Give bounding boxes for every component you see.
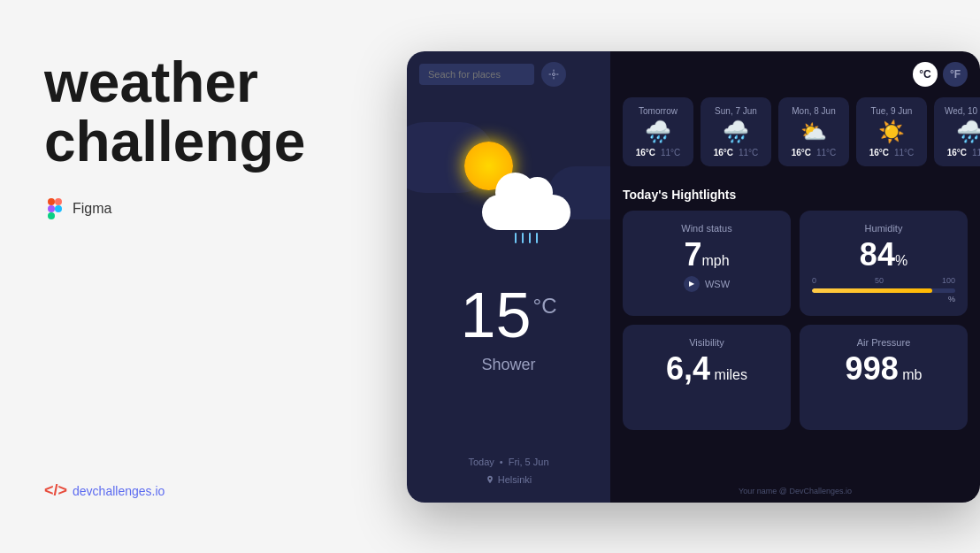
humidity-bar-fill	[812, 288, 932, 293]
page-title: weather challenge	[44, 53, 363, 172]
humidity-value-display: 84%	[860, 239, 907, 271]
footer-text: Your name @ DevChallenges.io	[739, 487, 852, 495]
forecast-temps-0: 16°C 11°C	[636, 148, 681, 157]
svg-rect-3	[48, 212, 55, 219]
figma-badge: Figma	[44, 198, 363, 219]
date-separator: •	[500, 457, 503, 467]
rain-icon	[515, 233, 538, 243]
footer-bar: Your name @ DevChallenges.io	[610, 480, 980, 503]
forecast-icon-4: 🌧️	[956, 121, 980, 142]
celsius-button[interactable]: °C	[913, 62, 938, 87]
svg-rect-2	[48, 205, 55, 212]
forecast-temps-1: 16°C 11°C	[714, 148, 759, 157]
humidity-label-100: 100	[942, 276, 955, 285]
figma-label: Figma	[73, 201, 111, 217]
svg-rect-0	[48, 198, 55, 205]
wind-value: 7	[684, 236, 701, 273]
forecast-icon-3: ☀️	[878, 121, 905, 142]
pressure-value: 998	[846, 350, 899, 387]
search-bar	[407, 51, 610, 97]
forecast-icon-0: 🌧️	[645, 121, 671, 142]
forecast-day-4: Wed, 10 Jun	[945, 106, 980, 116]
wind-arrow-icon: ▶	[684, 276, 700, 292]
highlights-section: Today's Hightlights Wind status 7mph ▶ W…	[610, 179, 980, 480]
cloud-body	[482, 195, 570, 230]
forecast-temps-2: 16°C 11°C	[792, 148, 837, 157]
raindrop	[536, 233, 538, 243]
raindrop	[529, 233, 531, 243]
app-container: 15 °C Shower Today • Fri, 5 Jun Helsinki…	[407, 51, 980, 503]
raindrop	[522, 233, 524, 243]
pin-icon	[486, 475, 494, 484]
weather-location: Helsinki	[486, 474, 532, 485]
temperature-value: 15	[460, 283, 531, 347]
search-input[interactable]	[419, 64, 534, 85]
humidity-bar-labels: 0 50 100	[812, 276, 955, 285]
temperature-display: 15 °C	[460, 283, 556, 347]
weather-condition: Shower	[481, 356, 535, 374]
forecast-icon-2: ⛅	[800, 121, 827, 142]
svg-point-4	[55, 205, 62, 212]
pressure-card: Air Pressure 998 mb	[800, 325, 968, 430]
wind-value-display: 7mph	[684, 239, 729, 271]
weather-date: Today • Fri, 5 Jun	[468, 457, 548, 467]
pressure-label: Air Pressure	[857, 337, 911, 348]
date-today-label: Today	[468, 457, 494, 467]
humidity-label-50: 50	[875, 276, 884, 285]
forecast-day-2: Mon, 8 Jun	[792, 106, 835, 116]
forecast-day-1: Sun, 7 Jun	[715, 106, 757, 116]
weather-left-panel: 15 °C Shower Today • Fri, 5 Jun Helsinki	[407, 51, 610, 503]
forecast-card-3: Tue, 9 Jun ☀️ 16°C 11°C	[856, 97, 927, 166]
humidity-card: Humidity 84% 0 50 100 %	[800, 211, 968, 316]
visibility-card: Visibility 6,4 miles	[623, 325, 791, 430]
wind-direction-label: WSW	[705, 279, 730, 289]
location-name: Helsinki	[498, 474, 532, 485]
code-icon: </>	[44, 481, 67, 500]
forecast-card-1: Sun, 7 Jun 🌧️ 16°C 11°C	[701, 97, 771, 166]
right-header: °C °F	[610, 51, 980, 97]
forecast-card-0: Tomorrow 🌧️ 16°C 11°C	[623, 97, 693, 166]
visibility-unit: miles	[715, 367, 747, 382]
forecast-card-2: Mon, 8 Jun ⛅ 16°C 11°C	[778, 97, 849, 166]
humidity-unit: %	[895, 253, 907, 268]
humidity-label: Humidity	[865, 223, 903, 234]
temperature-unit: °C	[533, 294, 557, 319]
weather-icon-area	[447, 133, 570, 230]
forecast-strip: Tomorrow 🌧️ 16°C 11°C Sun, 7 Jun 🌧️ 16°C…	[610, 97, 980, 179]
humidity-percent-label: %	[812, 295, 955, 303]
fahrenheit-button[interactable]: °F	[943, 62, 968, 87]
forecast-day-3: Tue, 9 Jun	[871, 106, 913, 116]
pressure-unit: mb	[902, 367, 922, 382]
wind-direction-display: ▶ WSW	[684, 276, 730, 292]
forecast-icon-1: 🌧️	[723, 121, 749, 142]
svg-point-5	[553, 73, 555, 75]
highlights-grid: Wind status 7mph ▶ WSW Humidity 84%	[623, 211, 968, 430]
visibility-value-display: 6,4 miles	[666, 353, 747, 385]
humidity-value: 84	[860, 236, 895, 273]
pressure-value-display: 998 mb	[846, 353, 923, 385]
dev-badge: </> devchallenges.io	[44, 481, 363, 500]
svg-rect-1	[55, 198, 62, 205]
forecast-day-0: Tomorrow	[639, 106, 678, 116]
unit-toggle: °C °F	[913, 62, 968, 87]
raindrop	[515, 233, 517, 243]
wind-unit: mph	[701, 253, 729, 268]
weather-right-panel: °C °F Tomorrow 🌧️ 16°C 11°C Sun, 7 Jun 🌧…	[610, 51, 980, 503]
location-button[interactable]	[541, 62, 566, 87]
forecast-temps-4: 16°C 11°C	[947, 148, 980, 157]
wind-status-label: Wind status	[681, 223, 731, 234]
dev-label: devchallenges.io	[73, 484, 165, 498]
humidity-label-0: 0	[812, 276, 816, 285]
visibility-value: 6,4	[666, 350, 710, 387]
date-value: Fri, 5 Jun	[509, 457, 549, 467]
left-panel: weather challenge Figma </> devchallenge…	[0, 0, 407, 553]
highlights-title: Today's Hightlights	[623, 188, 968, 202]
svg-point-6	[489, 477, 491, 479]
figma-icon	[44, 198, 65, 219]
forecast-card-4: Wed, 10 Jun 🌧️ 16°C 11°C	[934, 97, 980, 166]
humidity-bar-container: 0 50 100 %	[812, 276, 955, 303]
cloud-icon	[482, 177, 570, 230]
location-icon	[548, 69, 559, 80]
wind-status-card: Wind status 7mph ▶ WSW	[623, 211, 791, 316]
visibility-label: Visibility	[689, 337, 724, 348]
